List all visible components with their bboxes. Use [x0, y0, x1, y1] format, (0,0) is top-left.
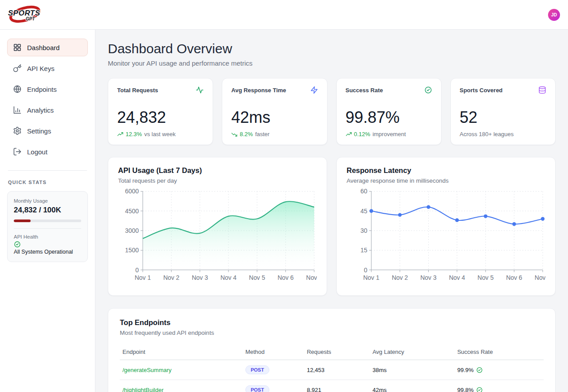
sidebar-item-label: Dashboard — [27, 44, 59, 51]
svg-text:60: 60 — [360, 188, 367, 195]
svg-text:Nov 3: Nov 3 — [192, 274, 208, 281]
chart-subtitle: Average response time in milliseconds — [347, 177, 545, 184]
svg-text:0: 0 — [135, 267, 139, 274]
globe-icon — [13, 85, 22, 94]
table-header-row: Endpoint Method Requests Avg Latency Suc… — [120, 346, 544, 360]
chart-subtitle: Total requests per day — [118, 177, 317, 184]
svg-text:Nov 5: Nov 5 — [477, 274, 494, 281]
stat-card-success-rate: Success Rate 99.87% 0.12% improvement — [336, 78, 442, 145]
grid-icon — [13, 43, 22, 52]
quick-stats-card: Monthly Usage 24,832 / 100K API Health A… — [7, 191, 88, 262]
svg-text:Nov 6: Nov 6 — [506, 274, 522, 281]
svg-text:Nov 7: Nov 7 — [535, 274, 545, 281]
avatar[interactable]: JD — [548, 9, 560, 21]
database-icon — [538, 86, 546, 94]
svg-text:Nov 2: Nov 2 — [163, 274, 180, 281]
stat-change-note: faster — [255, 131, 270, 137]
requests-value: 8,921 — [304, 380, 370, 392]
chart-title: Response Latency — [347, 166, 545, 175]
page-title: Dashboard Overview — [108, 41, 556, 56]
api-health-status: All Systems Operational — [14, 249, 81, 255]
top-endpoints-card: Top Endpoints Most frequently used API e… — [108, 308, 556, 392]
api-usage-chart-card: API Usage (Last 7 Days) Total requests p… — [108, 157, 327, 296]
api-health-label: API Health — [14, 234, 81, 239]
check-circle-icon — [476, 387, 483, 392]
stat-change-note: improvement — [372, 131, 406, 137]
table-row: /generateSummary POST 12,453 38ms 99.9% — [120, 360, 544, 380]
col-method: Method — [243, 346, 304, 360]
api-usage-area-chart[interactable]: 01500300045006000Nov 1Nov 2Nov 3Nov 4Nov… — [118, 187, 317, 288]
zap-icon — [310, 86, 318, 94]
stat-value: 52 — [460, 108, 546, 127]
sidebar-item-api-keys[interactable]: API Keys — [7, 59, 88, 77]
key-icon — [13, 64, 22, 73]
table-title: Top Endpoints — [120, 318, 544, 327]
stat-card-avg-response-time: Avg Response Time 42ms 8.2% faster — [222, 78, 327, 145]
monthly-usage-value: 24,832 / 100K — [14, 206, 81, 215]
success-rate-value: 99.8% — [457, 387, 473, 392]
usage-progress-track — [14, 220, 81, 222]
svg-text:Nov 1: Nov 1 — [363, 274, 380, 281]
monthly-usage-label: Monthly Usage — [14, 198, 81, 204]
svg-text:Nov 4: Nov 4 — [449, 274, 465, 281]
svg-text:Nov 6: Nov 6 — [277, 274, 294, 281]
svg-text:45: 45 — [360, 208, 367, 215]
svg-text:Nov 5: Nov 5 — [249, 274, 265, 281]
brand-suffix: GPT — [26, 16, 35, 21]
endpoint-link[interactable]: /generateSummary — [122, 367, 172, 373]
stat-label: Success Rate — [346, 87, 383, 94]
requests-value: 12,453 — [304, 360, 370, 380]
quick-stats-heading: QUICK STATS — [8, 180, 87, 185]
response-latency-chart-card: Response Latency Average response time i… — [336, 157, 556, 296]
sidebar-item-endpoints[interactable]: Endpoints — [7, 80, 88, 98]
usage-progress-fill — [14, 220, 31, 222]
svg-text:3000: 3000 — [125, 227, 139, 234]
svg-text:Nov 3: Nov 3 — [420, 274, 437, 281]
sidebar-item-label: Endpoints — [27, 86, 57, 93]
svg-text:Nov 1: Nov 1 — [135, 274, 151, 281]
sidebar-item-analytics[interactable]: Analytics — [7, 101, 88, 119]
sidebar-item-dashboard[interactable]: Dashboard — [7, 39, 88, 56]
bar-chart-icon — [13, 106, 22, 114]
method-badge: POST — [245, 365, 269, 374]
svg-text:6000: 6000 — [125, 188, 139, 195]
endpoint-link[interactable]: /highlightBuilder — [122, 387, 164, 392]
sidebar-item-settings[interactable]: Settings — [7, 122, 88, 140]
svg-text:15: 15 — [360, 247, 367, 254]
svg-text:Nov 2: Nov 2 — [392, 274, 408, 281]
stat-card-sports-covered: Sports Covered 52 Across 180+ leagues — [450, 78, 556, 145]
table-subtitle: Most frequently used API endpoints — [120, 329, 544, 336]
check-circle-icon — [476, 367, 483, 373]
sportsgpt-logo[interactable]: SPORTS GPT — [6, 4, 44, 26]
stat-label: Sports Covered — [460, 87, 503, 94]
topbar: SPORTS GPT JD — [0, 0, 568, 30]
trending-down-icon — [231, 131, 237, 137]
stat-card-total-requests: Total Requests 24,832 12.3% vs last week — [108, 78, 213, 145]
stat-change-percent: 12.3% — [126, 131, 142, 137]
brand-name: SPORTS — [8, 9, 40, 18]
gear-icon — [13, 126, 22, 135]
logout-icon — [13, 147, 22, 156]
stat-change-note: Across 180+ leagues — [460, 131, 514, 137]
svg-text:Nov 4: Nov 4 — [221, 274, 237, 281]
sidebar-divider — [8, 170, 87, 171]
chart-title: API Usage (Last 7 Days) — [118, 166, 317, 175]
stat-value: 42ms — [231, 108, 318, 127]
quick-stats-divider — [14, 228, 81, 229]
sidebar: Dashboard API Keys Endpoints Analytics — [0, 30, 95, 392]
sidebar-item-label: API Keys — [27, 65, 55, 72]
check-circle-icon — [424, 86, 432, 94]
activity-icon — [196, 86, 204, 94]
method-badge: POST — [245, 385, 269, 392]
svg-text:4500: 4500 — [125, 208, 139, 215]
sidebar-item-logout[interactable]: Logout — [7, 143, 88, 161]
response-latency-line-chart[interactable]: 015304560Nov 1Nov 2Nov 3Nov 4Nov 5Nov 6N… — [347, 187, 545, 288]
stat-change-percent: 8.2% — [240, 131, 253, 137]
col-endpoint: Endpoint — [120, 346, 243, 360]
col-avg-latency: Avg Latency — [370, 346, 454, 360]
svg-text:30: 30 — [360, 227, 367, 234]
avg-latency-value: 42ms — [370, 380, 454, 392]
svg-text:1500: 1500 — [125, 247, 139, 254]
api-health-block: API Health All Systems Operational — [14, 234, 81, 255]
trending-up-icon — [117, 131, 123, 137]
